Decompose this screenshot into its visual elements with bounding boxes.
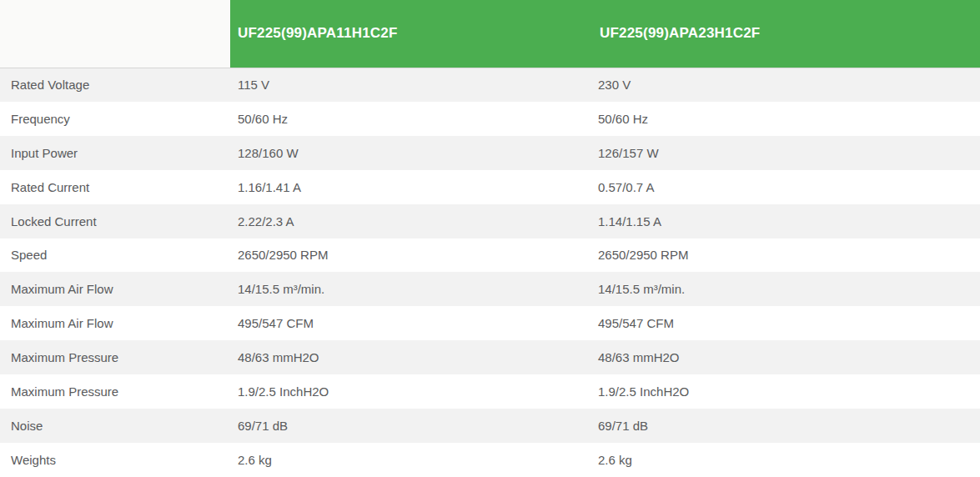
value-cell-apa23: 50/60 Hz (592, 102, 980, 136)
spec-row: Locked Current2.22/2.3 A1.14/1.15 A (0, 204, 980, 238)
spec-row: Frequency50/60 Hz50/60 Hz (0, 102, 980, 136)
value-cell-apa11: 48/63 mmH2O (230, 340, 592, 374)
spec-row: Maximum Pressure1.9/2.5 InchH2O1.9/2.5 I… (0, 374, 980, 409)
header-blank-cell (0, 0, 230, 68)
row-label: Locked Current (0, 204, 230, 238)
spec-row: Weights2.6 kg2.6 kg (0, 443, 980, 477)
row-label: Rated Current (0, 170, 230, 204)
value-cell-apa23: 495/547 CFM (592, 306, 980, 340)
header-model-apa11: UF225(99)APA11H1C2F (230, 0, 592, 68)
value-cell-apa11: 2650/2950 RPM (230, 238, 592, 273)
value-cell-apa23: 14/15.5 m³/min. (592, 272, 980, 306)
row-label: Input Power (0, 136, 230, 170)
value-cell-apa23: 2650/2950 RPM (592, 238, 980, 273)
value-cell-apa23: 1.14/1.15 A (592, 204, 980, 238)
value-cell-apa11: 2.6 kg (230, 443, 592, 477)
value-cell-apa23: 48/63 mmH2O (592, 340, 980, 374)
row-label: Speed (0, 238, 230, 273)
value-cell-apa23: 230 V (592, 68, 980, 102)
spec-row: Maximum Air Flow14/15.5 m³/min.14/15.5 m… (0, 272, 980, 306)
value-cell-apa11: 1.16/1.41 A (230, 170, 592, 204)
spec-table-body: Rated Voltage115 V230 VFrequency50/60 Hz… (0, 68, 980, 477)
value-cell-apa11: 50/60 Hz (230, 102, 592, 136)
value-cell-apa23: 1.9/2.5 InchH2O (592, 374, 980, 409)
value-cell-apa11: 495/547 CFM (230, 306, 592, 340)
row-label: Maximum Air Flow (0, 306, 230, 340)
value-cell-apa23: 126/157 W (592, 136, 980, 170)
spec-row: Input Power128/160 W126/157 W (0, 136, 980, 170)
row-label: Frequency (0, 102, 230, 136)
row-label: Maximum Air Flow (0, 272, 230, 306)
value-cell-apa11: 2.22/2.3 A (230, 204, 592, 238)
value-cell-apa11: 128/160 W (230, 136, 592, 170)
row-label: Noise (0, 409, 230, 443)
header-model-apa23: UF225(99)APA23H1C2F (592, 0, 980, 68)
spec-page: UF225(99)APA11H1C2F UF225(99)APA23H1C2F … (0, 0, 980, 477)
spec-row: Speed2650/2950 RPM2650/2950 RPM (0, 238, 980, 273)
row-label: Rated Voltage (0, 68, 230, 102)
value-cell-apa11: 115 V (230, 68, 592, 102)
spec-row: Noise69/71 dB69/71 dB (0, 409, 980, 443)
value-cell-apa11: 14/15.5 m³/min. (230, 272, 592, 306)
header-row: UF225(99)APA11H1C2F UF225(99)APA23H1C2F (0, 0, 980, 68)
row-label: Maximum Pressure (0, 374, 230, 409)
value-cell-apa11: 69/71 dB (230, 409, 592, 443)
value-cell-apa23: 69/71 dB (592, 409, 980, 443)
value-cell-apa23: 0.57/0.7 A (592, 170, 980, 204)
value-cell-apa11: 1.9/2.5 InchH2O (230, 374, 592, 409)
row-label: Maximum Pressure (0, 340, 230, 374)
row-label: Weights (0, 443, 230, 477)
spec-row: Rated Voltage115 V230 V (0, 68, 980, 102)
spec-row: Rated Current1.16/1.41 A0.57/0.7 A (0, 170, 980, 204)
spec-row: Maximum Air Flow495/547 CFM495/547 CFM (0, 306, 980, 340)
value-cell-apa23: 2.6 kg (592, 443, 980, 477)
spec-row: Maximum Pressure48/63 mmH2O48/63 mmH2O (0, 340, 980, 374)
product-spec-table: UF225(99)APA11H1C2F UF225(99)APA23H1C2F … (0, 0, 980, 477)
